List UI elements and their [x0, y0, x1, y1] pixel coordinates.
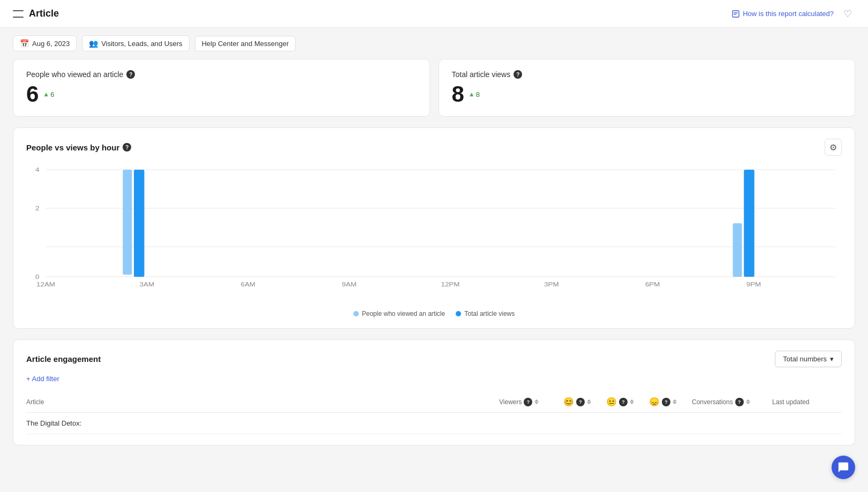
engagement-title: Article engagement	[26, 354, 101, 364]
legend-dot-people	[353, 311, 359, 316]
add-filter-button[interactable]: + Add filter	[26, 375, 59, 383]
table-row: The Digital Detox:	[26, 413, 842, 434]
stat-cards-row: People who viewed an article ? 6 ▲ 6 Tot…	[13, 59, 855, 117]
date-filter-chip[interactable]: 📅 Aug 6, 2023	[13, 35, 77, 51]
audience-icon: 👥	[89, 39, 98, 48]
top-bar-left: Article	[13, 8, 59, 19]
people-viewed-arrow: ▲	[43, 90, 49, 98]
legend-dot-total	[456, 311, 461, 316]
people-viewed-value: 6	[26, 83, 39, 105]
bar-8pm-people	[733, 223, 742, 277]
favorite-button[interactable]: ♡	[840, 6, 855, 21]
bar-8pm-total	[744, 170, 754, 277]
svg-text:6AM: 6AM	[240, 281, 255, 288]
chart-area: 4 2 0 12AM 3AM 6AM 9AM 12PM 3PM 6PM 9PM	[26, 164, 842, 304]
app-container: Article How is this report calculated? ♡…	[0, 0, 868, 492]
people-viewed-delta: ▲ 6	[43, 90, 54, 99]
channel-filter-chip[interactable]: Help Center and Messenger	[195, 36, 296, 51]
total-views-info-icon[interactable]: ?	[514, 70, 522, 79]
sidebar-toggle-button[interactable]	[13, 10, 24, 18]
happy-info-icon[interactable]: ?	[576, 398, 585, 406]
happy-emoji: 😊	[563, 397, 574, 407]
svg-text:3AM: 3AM	[140, 281, 155, 288]
col-neutral: 😐 ?	[606, 397, 649, 407]
svg-text:12PM: 12PM	[441, 281, 459, 288]
chat-icon	[837, 461, 849, 473]
col-last-updated: Last updated	[772, 397, 842, 407]
col-sad: 😞 ?	[649, 397, 692, 407]
sad-sort[interactable]	[673, 399, 677, 404]
total-views-delta: ▲ 8	[469, 90, 480, 99]
total-views-arrow: ▲	[469, 90, 475, 98]
chart-card: People vs views by hour ? ⚙ 4 2 0	[13, 127, 855, 329]
chart-settings-button[interactable]: ⚙	[825, 139, 842, 156]
top-bar-right: How is this report calculated? ♡	[731, 6, 855, 21]
legend-item-people: People who viewed an article	[353, 310, 445, 317]
chevron-down-icon: ▾	[830, 355, 834, 363]
chart-info-icon[interactable]: ?	[123, 143, 131, 152]
stat-card-total-views: Total article views ? 8 ▲ 8	[439, 59, 856, 117]
conversations-sort[interactable]	[746, 399, 750, 404]
stat-card-people-title: People who viewed an article	[26, 70, 123, 79]
total-numbers-button[interactable]: Total numbers ▾	[775, 351, 842, 367]
chart-title-text: People vs views by hour	[26, 143, 119, 152]
svg-text:9AM: 9AM	[342, 281, 357, 288]
neutral-info-icon[interactable]: ?	[619, 398, 628, 406]
top-bar: Article How is this report calculated? ♡	[0, 0, 868, 28]
col-viewers: Viewers ?	[499, 397, 563, 407]
svg-text:9PM: 9PM	[746, 281, 761, 288]
chart-svg: 4 2 0 12AM 3AM 6AM 9AM 12PM 3PM 6PM 9PM	[26, 164, 842, 293]
bar-2am-total	[134, 170, 144, 277]
svg-text:3PM: 3PM	[544, 281, 559, 288]
engagement-card: Article engagement Total numbers ▾ + Add…	[13, 339, 855, 445]
report-link[interactable]: How is this report calculated?	[731, 10, 834, 18]
page-title: Article	[29, 8, 59, 19]
bar-2am-people	[123, 170, 132, 275]
stat-card-people-viewed: People who viewed an article ? 6 ▲ 6	[13, 59, 430, 117]
total-views-value: 8	[452, 83, 464, 105]
viewers-info-icon[interactable]: ?	[524, 398, 532, 406]
audience-filter-chip[interactable]: 👥 Visitors, Leads, and Users	[82, 35, 190, 51]
col-conversations: Conversations ?	[692, 397, 772, 407]
row-article-name: The Digital Detox:	[26, 419, 499, 427]
happy-sort[interactable]	[587, 399, 591, 404]
chat-button[interactable]	[832, 456, 855, 479]
main-content: People who viewed an article ? 6 ▲ 6 Tot…	[0, 59, 868, 458]
svg-text:0: 0	[35, 274, 40, 281]
people-viewed-info-icon[interactable]: ?	[126, 70, 135, 79]
svg-text:2: 2	[35, 205, 40, 212]
svg-text:12AM: 12AM	[36, 281, 55, 288]
table-header: Article Viewers ? 😊 ?	[26, 391, 842, 413]
filters-bar: 📅 Aug 6, 2023 👥 Visitors, Leads, and Use…	[0, 28, 868, 59]
calendar-icon: 📅	[20, 39, 29, 48]
col-article: Article	[26, 397, 499, 407]
legend-item-total: Total article views	[456, 310, 515, 317]
stat-card-total-title: Total article views	[452, 70, 511, 79]
sad-emoji: 😞	[649, 397, 660, 407]
report-link-icon	[731, 10, 740, 18]
svg-text:6PM: 6PM	[645, 281, 660, 288]
neutral-emoji: 😐	[606, 397, 617, 407]
conversations-info-icon[interactable]: ?	[735, 398, 744, 406]
chart-legend: People who viewed an article Total artic…	[26, 310, 842, 317]
sad-info-icon[interactable]: ?	[662, 398, 670, 406]
neutral-sort[interactable]	[630, 399, 634, 404]
viewers-sort[interactable]	[534, 399, 539, 404]
col-happy: 😊 ?	[563, 397, 606, 407]
svg-text:4: 4	[35, 166, 40, 173]
